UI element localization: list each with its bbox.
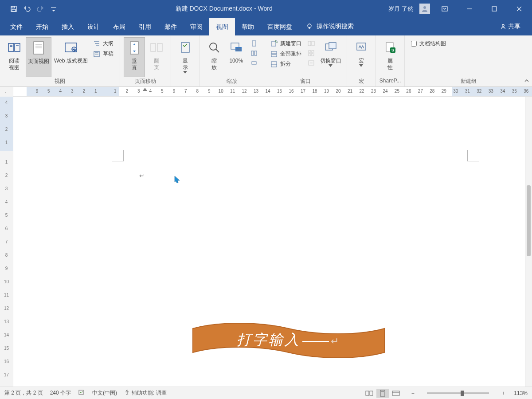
tell-me-search[interactable]: 操作说明搜索 <box>306 23 354 31</box>
side-to-side-button[interactable]: 翻页 <box>146 37 167 77</box>
zoom-in-button[interactable]: + <box>500 390 507 396</box>
zoom-icon <box>207 38 222 57</box>
read-mode-button[interactable]: 阅读视图 <box>4 37 25 77</box>
tab-file[interactable]: 文件 <box>4 18 29 35</box>
tab-view[interactable]: 视图 <box>209 18 235 35</box>
ruler-vertical[interactable]: 43211234567891011121314151617 <box>0 97 13 387</box>
sync-scroll-icon <box>308 50 315 57</box>
status-accessibility[interactable]: 辅助功能: 调查 <box>124 389 167 397</box>
svg-rect-12 <box>15 43 20 51</box>
tab-home[interactable]: 开始 <box>29 18 55 35</box>
share-button[interactable]: 共享 <box>500 23 528 31</box>
share-label: 共享 <box>508 23 520 31</box>
split-button[interactable]: 拆分 <box>268 59 304 69</box>
status-words[interactable]: 240 个字 <box>50 389 71 397</box>
avatar[interactable] <box>419 4 430 14</box>
undo-icon[interactable] <box>21 3 33 15</box>
paragraph-mark-icon: ↵ <box>139 172 145 179</box>
outline-button[interactable]: 大纲 <box>90 39 116 48</box>
banner-text[interactable]: 打字输入↵ <box>192 330 385 350</box>
status-language[interactable]: 中文(中国) <box>92 389 117 397</box>
show-icon <box>178 38 193 57</box>
outline-icon <box>93 40 100 47</box>
group-new: 文档结构图 新建组 <box>405 35 532 86</box>
zoom-100-button[interactable]: 100 100% <box>226 37 247 77</box>
sync-scroll-button[interactable] <box>305 49 317 58</box>
arrange-all-button[interactable]: 全部重排 <box>268 49 304 59</box>
redo-icon[interactable] <box>35 3 46 15</box>
read-mode-view-icon[interactable] <box>363 389 376 398</box>
group-views-label: 视图 <box>4 78 116 86</box>
page-width-button[interactable] <box>248 59 260 67</box>
view-side-by-side-button[interactable] <box>305 39 317 48</box>
zoom-slider[interactable] <box>427 392 489 394</box>
multi-page-button[interactable] <box>248 49 260 58</box>
vertical-button[interactable]: 垂直 <box>124 37 145 77</box>
web-layout-button[interactable]: Web 版式视图 <box>52 37 90 77</box>
margin-corner-tr <box>467 150 479 161</box>
new-window-button[interactable]: 新建窗口 <box>268 39 304 48</box>
svg-point-58 <box>127 390 128 391</box>
maximize-icon[interactable] <box>484 0 505 18</box>
first-line-indent-icon[interactable] <box>143 88 147 91</box>
close-icon[interactable] <box>509 0 529 18</box>
tab-references[interactable]: 引用 <box>132 18 158 35</box>
properties-button[interactable]: S 属性 <box>379 37 401 77</box>
scrollbar-vertical[interactable] <box>525 97 532 387</box>
user-name[interactable]: 岁月 了然 <box>388 5 415 13</box>
draft-button[interactable]: 草稿 <box>90 49 116 59</box>
chevron-down-icon <box>329 64 332 67</box>
zoom-level[interactable]: 113% <box>514 390 528 396</box>
qat-customize-icon[interactable] <box>48 3 59 15</box>
document-main: 43211234567891011121314151617 ↵ 打字输入↵ <box>0 97 532 387</box>
macros-button[interactable]: 宏 <box>351 37 372 77</box>
print-layout-label: 页面视图 <box>28 58 49 65</box>
ribbon-display-icon[interactable] <box>434 0 455 18</box>
show-button[interactable]: 显示 <box>175 37 196 77</box>
new-window-icon <box>270 40 278 47</box>
status-page[interactable]: 第 2 页，共 2 页 <box>4 389 43 397</box>
tab-design[interactable]: 设计 <box>81 18 106 35</box>
status-proofing-icon[interactable] <box>78 389 85 397</box>
tab-baidu[interactable]: 百度网盘 <box>261 18 299 35</box>
ruler-horizontal[interactable]: 6543211234567891011121314151617181920212… <box>13 87 532 96</box>
collapse-ribbon-icon[interactable] <box>524 78 529 85</box>
side-by-side-icon <box>308 40 315 47</box>
checkbox-icon[interactable] <box>411 41 417 47</box>
minimize-icon[interactable] <box>459 0 480 18</box>
return-mark-icon: ↵ <box>331 336 340 347</box>
svg-rect-57 <box>79 390 83 395</box>
tab-insert[interactable]: 插入 <box>55 18 81 35</box>
svg-text:100: 100 <box>236 48 241 51</box>
arrange-all-icon <box>270 51 278 58</box>
ruler-corner[interactable]: ⌐ <box>0 87 13 97</box>
switch-windows-button[interactable]: 切换窗口 <box>318 37 343 77</box>
svg-rect-60 <box>370 391 373 395</box>
zoom-button[interactable]: 缩放 <box>203 37 225 77</box>
lightbulb-icon <box>306 23 313 30</box>
one-page-icon <box>250 40 258 47</box>
zoom-slider-knob[interactable] <box>461 391 464 396</box>
navigation-pane-checkbox[interactable]: 文档结构图 <box>408 37 449 48</box>
macros-icon <box>354 38 369 57</box>
reset-window-button[interactable] <box>305 59 317 67</box>
print-layout-view-icon[interactable] <box>376 389 389 398</box>
one-page-button[interactable] <box>248 39 260 48</box>
svg-rect-29 <box>151 43 156 51</box>
document-area[interactable]: ↵ 打字输入↵ <box>13 97 532 387</box>
zoom-out-button[interactable]: − <box>409 390 416 396</box>
tab-help[interactable]: 帮助 <box>235 18 261 35</box>
tab-layout[interactable]: 布局 <box>106 18 132 35</box>
web-layout-view-icon[interactable] <box>390 389 402 398</box>
banner-shape[interactable]: 打字输入↵ <box>192 321 385 360</box>
print-layout-button[interactable]: 页面视图 <box>26 37 51 77</box>
tab-review[interactable]: 审阅 <box>184 18 209 35</box>
svg-rect-40 <box>252 62 256 64</box>
vertical-icon <box>127 39 142 57</box>
page[interactable]: ↵ 打字输入↵ <box>35 101 528 382</box>
scrollbar-thumb[interactable] <box>527 185 531 256</box>
tab-mailings[interactable]: 邮件 <box>158 18 184 35</box>
split-icon <box>270 61 278 68</box>
view-mode-buttons <box>363 389 402 398</box>
save-icon[interactable] <box>8 3 20 15</box>
